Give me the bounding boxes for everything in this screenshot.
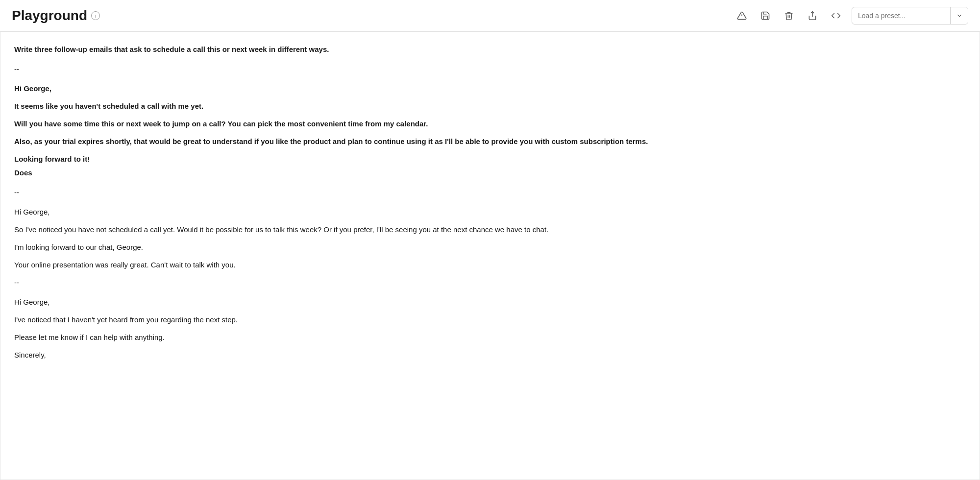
email1-sign: Looking forward to it! [14, 153, 966, 165]
save-icon [760, 11, 770, 21]
warning-button[interactable] [734, 8, 750, 24]
code-button[interactable] [828, 8, 844, 24]
email2-line1: So I've noticed you have not scheduled a… [14, 224, 966, 236]
email-1: Hi George, It seems like you haven't sch… [14, 83, 966, 179]
email1-line1: It seems like you haven't scheduled a ca… [14, 100, 966, 112]
email1-line2: Will you have some time this or next wee… [14, 118, 966, 130]
email3-line2: Please let me know if I can help with an… [14, 332, 966, 343]
email-prompt: Write three follow-up emails that ask to… [14, 44, 966, 55]
warning-icon [737, 11, 747, 21]
save-button[interactable] [758, 8, 773, 24]
preset-input[interactable] [852, 12, 950, 20]
code-icon [831, 11, 841, 21]
info-icon[interactable]: i [91, 11, 100, 20]
email-3: Hi George, I've noticed that I haven't y… [14, 296, 966, 361]
header-right [734, 7, 968, 24]
share-icon [808, 11, 817, 21]
email2-line2: I'm looking forward to our chat, George. [14, 241, 966, 253]
separator-3: -- [14, 277, 966, 288]
email3-line1: I've noticed that I haven't yet heard fr… [14, 314, 966, 326]
email1-greeting: Hi George, [14, 83, 966, 95]
delete-icon [784, 11, 794, 21]
chevron-down-icon[interactable] [950, 7, 968, 24]
email1-name: Does [14, 167, 966, 179]
page-title: Playground [12, 8, 87, 24]
email1-line3: Also, as your trial expires shortly, tha… [14, 136, 966, 147]
email-2: Hi George, So I've noticed you have not … [14, 206, 966, 271]
header-left: Playground i [12, 8, 100, 24]
email2-line3: Your online presentation was really grea… [14, 259, 966, 271]
separator-1: -- [14, 63, 966, 75]
share-button[interactable] [805, 8, 820, 24]
content-area: Write three follow-up emails that ask to… [0, 31, 980, 480]
email2-greeting: Hi George, [14, 206, 966, 218]
delete-button[interactable] [781, 8, 797, 24]
email3-greeting: Hi George, [14, 296, 966, 308]
preset-dropdown[interactable] [852, 7, 968, 24]
email-prompt-section: Write three follow-up emails that ask to… [14, 44, 966, 55]
separator-2: -- [14, 187, 966, 198]
page-header: Playground i [0, 0, 980, 31]
email3-line3: Sincerely, [14, 349, 966, 361]
